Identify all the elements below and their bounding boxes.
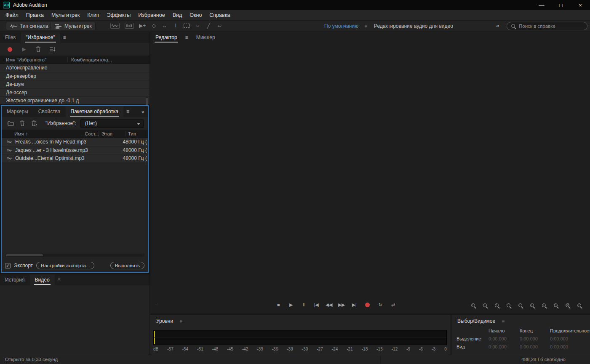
table-row[interactable]: Jaques ...er - 3 Haselnüsse.mp3 48000 Гц… xyxy=(2,146,148,155)
file-info: 48000 Гц ( xyxy=(123,155,147,161)
tab-files[interactable]: Files xyxy=(0,32,21,43)
tab-batch-process[interactable]: Пакетная обработка xyxy=(66,106,123,117)
remove-all-files-button[interactable] xyxy=(30,120,38,127)
column-state[interactable]: Сост... xyxy=(82,131,99,136)
tab-markers[interactable]: Маркеры xyxy=(2,106,33,117)
record-favorite-button[interactable] xyxy=(6,45,13,53)
column-key-combination[interactable]: Комбинация кла... xyxy=(67,57,150,62)
panel-menu-icon[interactable]: ≡ xyxy=(176,318,185,324)
toolbar-overflow-icon[interactable]: » xyxy=(496,22,499,29)
lasso-selection-tool-icon[interactable]: ○ xyxy=(195,23,200,29)
tab-favorites[interactable]: "Избранное" xyxy=(21,32,60,43)
full-zoom-icon[interactable]: + xyxy=(577,303,582,308)
export-checkbox[interactable]: ✓ xyxy=(5,263,11,268)
maximize-button[interactable]: □ xyxy=(551,0,571,10)
delete-favorite-button[interactable] xyxy=(35,45,42,53)
menu-edit[interactable]: Правка xyxy=(22,12,48,18)
reset-zoom-icon[interactable]: ↺ xyxy=(565,303,571,308)
view-duration-value[interactable]: 0:00.000 xyxy=(550,344,590,349)
close-button[interactable]: × xyxy=(571,0,590,10)
menu-multitrack[interactable]: Мультитрек xyxy=(48,12,83,18)
pause-button[interactable]: ‖ xyxy=(300,302,307,307)
go-to-start-button[interactable]: |◀ xyxy=(313,302,320,308)
panel-menu-icon[interactable]: ≡ xyxy=(123,106,132,117)
tick-label: -24 xyxy=(332,347,338,351)
tab-properties[interactable]: Свойства xyxy=(33,106,66,117)
column-name[interactable]: Имя ↑ xyxy=(2,131,82,136)
tab-editor[interactable]: Редактор xyxy=(150,32,182,43)
skip-selection-button[interactable]: ⇄ xyxy=(390,302,396,308)
fast-forward-button[interactable]: ▶▶ xyxy=(338,302,345,308)
view-start-value[interactable]: 0:00.000 xyxy=(489,344,520,349)
export-settings-button[interactable]: Настройки экспорта... xyxy=(36,262,94,269)
list-item[interactable]: Автоисправление xyxy=(0,64,150,72)
selection-duration-value[interactable]: 0:00.000 xyxy=(550,336,590,341)
tab-mixer[interactable]: Микшер xyxy=(191,32,220,43)
table-row[interactable]: Outdate...Eternal Optimist.mp3 48000 Гц … xyxy=(2,154,148,163)
column-stage[interactable]: Этап xyxy=(99,131,125,136)
panel-menu-icon[interactable]: ≡ xyxy=(499,318,507,324)
favorites-dropdown[interactable]: (Нет) xyxy=(80,119,144,128)
spectral-display-icon[interactable] xyxy=(125,23,134,29)
multitrack-view-button[interactable]: Мультитрек xyxy=(51,22,96,30)
paintbrush-tool-icon[interactable]: ╱ xyxy=(206,23,211,29)
menu-view[interactable]: Вид xyxy=(169,12,186,18)
list-item[interactable]: Жесткое ограничение до -0,1 д xyxy=(0,97,150,104)
marquee-selection-tool-icon[interactable] xyxy=(184,24,190,28)
zoom-to-selection-icon[interactable]: () xyxy=(553,303,559,308)
workspace-switcher[interactable]: По умолчанию ≡ xyxy=(324,23,370,29)
open-files-button[interactable] xyxy=(7,120,14,127)
razor-tool-icon[interactable]: ◇ xyxy=(151,23,157,29)
tab-history[interactable]: История xyxy=(0,274,30,285)
zoom-to-out-point-icon[interactable]: ) xyxy=(542,303,547,308)
column-type[interactable]: Тип xyxy=(125,131,148,136)
panel-menu-icon[interactable]: ≡ xyxy=(60,32,69,43)
menu-window[interactable]: Окно xyxy=(186,12,206,18)
menu-effects[interactable]: Эффекты xyxy=(103,12,134,18)
waveform-display-icon[interactable] xyxy=(110,23,120,29)
play-favorite-button[interactable]: ▶ xyxy=(20,45,28,53)
view-end-value[interactable]: 0:00.000 xyxy=(520,344,550,349)
column-favorite-name[interactable]: Имя "Избранного" xyxy=(0,57,67,62)
record-button[interactable] xyxy=(363,301,371,308)
play-button[interactable]: ▶ xyxy=(288,302,294,308)
menu-favorites[interactable]: Избранное xyxy=(134,12,168,18)
workspace-menu-icon[interactable]: ≡ xyxy=(361,23,370,29)
zoom-in-amplitude-icon[interactable]: + xyxy=(518,303,523,308)
minimize-button[interactable]: — xyxy=(532,0,551,10)
list-item[interactable]: Де-эссер xyxy=(0,89,150,97)
menu-help[interactable]: Справка xyxy=(206,12,234,18)
zoom-to-in-point-icon[interactable]: ( xyxy=(530,303,535,308)
menu-file[interactable]: Файл xyxy=(2,12,22,18)
spot-healing-tool-icon[interactable]: ▱ xyxy=(216,23,222,29)
remove-file-button[interactable] xyxy=(19,120,26,127)
edit-favorites-list-button[interactable] xyxy=(49,45,56,53)
stop-button[interactable]: ■ xyxy=(275,302,282,307)
help-search-input[interactable] xyxy=(519,24,584,29)
zoom-out-icon[interactable]: − xyxy=(483,303,488,308)
selection-start-value[interactable]: 0:00.000 xyxy=(489,336,520,341)
zoom-out-time-icon[interactable]: − xyxy=(506,303,512,308)
selection-end-value[interactable]: 0:00.000 xyxy=(520,336,550,341)
time-selection-tool-icon[interactable]: I xyxy=(173,23,179,29)
slip-tool-icon[interactable]: ↔ xyxy=(162,23,168,29)
list-item[interactable]: Де-шум xyxy=(0,80,150,89)
zoom-in-icon[interactable]: + xyxy=(471,303,476,308)
rewind-button[interactable]: ◀◀ xyxy=(326,302,332,308)
tab-video[interactable]: Видео xyxy=(30,274,55,285)
scrollbar-thumb[interactable] xyxy=(6,254,43,256)
batch-horizontal-scrollbar[interactable] xyxy=(5,254,144,257)
move-tool-icon[interactable]: ▶+ xyxy=(139,23,146,29)
zoom-in-time-icon[interactable]: + xyxy=(494,303,500,308)
loop-playback-button[interactable]: ↻ xyxy=(377,302,384,308)
menu-clip[interactable]: Клип xyxy=(83,12,103,18)
waveform-view-button[interactable]: Тип сигнала xyxy=(6,22,52,30)
table-row[interactable]: Freaks ...oices In My Head.mp3 48000 Гц … xyxy=(2,138,148,146)
go-to-end-button[interactable]: ▶| xyxy=(351,302,358,308)
panel-menu-icon[interactable]: ≡ xyxy=(55,274,64,285)
workspace-preset-item[interactable]: Редактирование аудио для видео xyxy=(374,23,453,29)
list-item[interactable]: Де-ревербер xyxy=(0,72,150,81)
run-button[interactable]: Выполнить xyxy=(110,262,144,269)
panel-menu-icon[interactable]: ≡ xyxy=(182,32,191,43)
tabs-overflow-icon[interactable]: » xyxy=(141,106,144,117)
